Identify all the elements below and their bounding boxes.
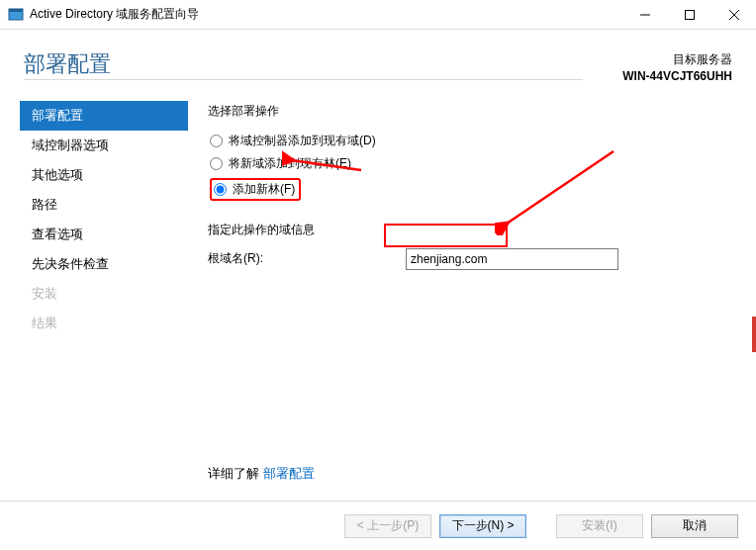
title-bar: Active Directory 域服务配置向导 [0,0,756,30]
right-edge-accent [752,317,756,352]
radio-label-existing-domain: 将域控制器添加到现有域(D) [229,133,376,149]
nav-additional-options[interactable]: 其他选项 [20,160,188,190]
close-button[interactable] [711,0,756,30]
target-server-block: 目标服务器 WIN-44VCJT66UHH [622,51,732,85]
radio-add-new-forest[interactable]: 添加新林(F) [214,180,295,199]
nav-deploy-config[interactable]: 部署配置 [20,101,188,131]
cancel-button[interactable]: 取消 [651,514,738,538]
window-controls [622,0,756,30]
radio-input-existing-domain[interactable] [210,135,223,147]
install-button: 安装(I) [556,514,643,538]
target-server-label: 目标服务器 [622,51,732,68]
nav-review-options[interactable]: 查看选项 [20,220,188,249]
nav-results: 结果 [20,309,188,338]
prev-button: < 上一步(P) [344,514,431,538]
radio-input-existing-forest[interactable] [210,157,223,170]
radio-add-dc-existing-domain[interactable]: 将域控制器添加到现有域(D) [208,130,736,152]
next-button[interactable]: 下一步(N) > [439,514,526,538]
nav-prereq-check[interactable]: 先决条件检查 [20,249,188,279]
app-icon [8,7,24,23]
maximize-button[interactable] [667,0,711,30]
root-domain-label: 根域名(R): [208,250,406,267]
wizard-footer: < 上一步(P) 下一步(N) > 安装(I) 取消 [0,501,756,550]
target-server-value: WIN-44VCJT66UHH [622,68,732,85]
wizard-sidebar: 部署配置 域控制器选项 其他选项 路径 查看选项 先决条件检查 安装 结果 [20,97,188,469]
nav-paths[interactable]: 路径 [20,190,188,220]
radio-label-new-forest: 添加新林(F) [233,181,295,198]
body-row: 部署配置 域控制器选项 其他选项 路径 查看选项 先决条件检查 安装 结果 选择… [0,85,756,469]
main-panel: 选择部署操作 将域控制器添加到现有域(D) 将新域添加到现有林(E) 添加新林(… [188,97,736,469]
select-operation-label: 选择部署操作 [208,103,736,120]
window-title: Active Directory 域服务配置向导 [30,6,622,23]
svg-rect-3 [685,10,694,19]
radio-add-domain-existing-forest[interactable]: 将新域添加到现有林(E) [208,152,736,175]
radio-label-existing-forest: 将新域添加到现有林(E) [229,155,351,172]
learn-more-row: 详细了解 部署配置 [208,465,315,483]
radio-input-new-forest[interactable] [214,183,227,196]
root-domain-row: 根域名(R): [208,248,736,270]
learn-more-prefix: 详细了解 [208,466,263,481]
nav-dc-options[interactable]: 域控制器选项 [20,131,188,160]
radio-new-forest-highlight: 添加新林(F) [210,178,301,201]
nav-install: 安装 [20,279,188,309]
domain-info-label: 指定此操作的域信息 [208,222,736,238]
minimize-button[interactable] [622,0,667,30]
svg-rect-1 [9,9,23,12]
page-title: 部署配置 [24,49,583,80]
root-domain-input[interactable] [406,248,618,270]
header-row: 部署配置 目标服务器 WIN-44VCJT66UHH [0,30,756,85]
learn-more-link[interactable]: 部署配置 [263,466,315,481]
